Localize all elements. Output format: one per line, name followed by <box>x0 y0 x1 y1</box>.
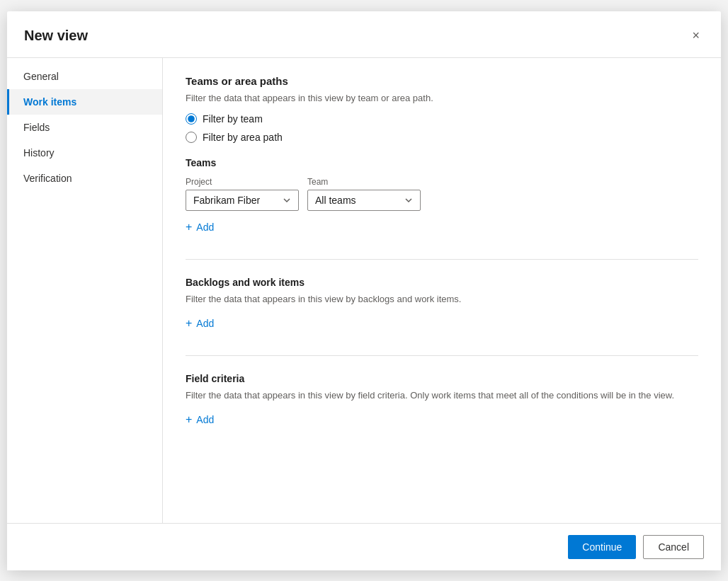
field-criteria-add-button[interactable]: + Add <box>186 410 214 429</box>
dialog-body: General Work items Fields History Verifi… <box>7 58 721 523</box>
backlogs-section: Backlogs and work items Filter the data … <box>186 277 698 333</box>
sidebar: General Work items Fields History Verifi… <box>7 58 163 523</box>
radio-filter-area-label[interactable]: Filter by area path <box>186 132 698 143</box>
section-divider-2 <box>186 355 698 356</box>
plus-icon-2: + <box>186 317 192 330</box>
teams-subsection: Teams Project Fabrikam Fiber Team All te… <box>186 157 698 236</box>
sidebar-item-general[interactable]: General <box>7 64 162 89</box>
teams-add-button[interactable]: + Add <box>186 218 214 236</box>
team-label: Team <box>307 177 421 187</box>
radio-filter-area[interactable] <box>186 132 197 143</box>
radio-filter-team-label[interactable]: Filter by team <box>186 113 698 125</box>
section-divider-1 <box>186 259 698 260</box>
backlogs-desc: Filter the data that appears in this vie… <box>186 294 698 304</box>
new-view-dialog: New view × General Work items Fields His… <box>7 11 721 570</box>
plus-icon: + <box>186 221 192 234</box>
backlogs-add-button[interactable]: + Add <box>186 314 214 333</box>
dialog-title: New view <box>24 28 88 44</box>
dialog-footer: Continue Cancel <box>7 523 721 570</box>
field-criteria-desc: Filter the data that appears in this vie… <box>186 390 698 401</box>
cancel-button[interactable]: Cancel <box>643 535 704 559</box>
field-criteria-section: Field criteria Filter the data that appe… <box>186 373 698 429</box>
sidebar-item-history[interactable]: History <box>7 140 162 166</box>
teams-or-area-paths-section: Teams or area paths Filter the data that… <box>186 75 698 236</box>
sidebar-item-verification[interactable]: Verification <box>7 166 162 191</box>
team-select[interactable]: All teams <box>307 190 421 211</box>
sidebar-item-work-items[interactable]: Work items <box>7 89 162 115</box>
team-dropdown-group: Team All teams <box>307 177 421 211</box>
teams-section-title: Teams or area paths <box>186 75 698 87</box>
project-label: Project <box>186 177 299 187</box>
dialog-header: New view × <box>7 11 721 58</box>
plus-icon-3: + <box>186 413 192 426</box>
field-criteria-title: Field criteria <box>186 373 698 384</box>
continue-button[interactable]: Continue <box>568 535 636 559</box>
dropdowns-row: Project Fabrikam Fiber Team All teams <box>186 177 698 211</box>
main-content: Teams or area paths Filter the data that… <box>163 58 721 523</box>
close-button[interactable]: × <box>688 25 704 46</box>
backlogs-title: Backlogs and work items <box>186 277 698 288</box>
teams-label: Teams <box>186 157 698 168</box>
project-select[interactable]: Fabrikam Fiber <box>186 190 299 211</box>
teams-section-desc: Filter the data that appears in this vie… <box>186 93 698 103</box>
project-dropdown-group: Project Fabrikam Fiber <box>186 177 299 211</box>
sidebar-item-fields[interactable]: Fields <box>7 115 162 140</box>
radio-group: Filter by team Filter by area path <box>186 113 698 143</box>
radio-filter-team[interactable] <box>186 113 197 125</box>
